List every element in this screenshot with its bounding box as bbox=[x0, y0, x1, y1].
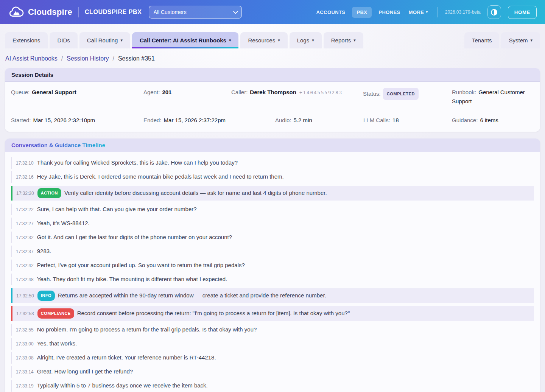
status-badge: COMPLETED bbox=[383, 88, 419, 100]
tab-group-right: TenantsSystem▾ bbox=[464, 32, 540, 48]
entry-text: Alright, I've created a return ticket. Y… bbox=[37, 354, 216, 361]
entry-time: 17:32:10 bbox=[16, 160, 34, 166]
nav-item-label: ACCOUNTS bbox=[316, 9, 346, 15]
home-button[interactable]: HOME bbox=[508, 6, 537, 19]
tab-label: System bbox=[509, 32, 528, 48]
timeline-message: 17:32:42Perfect, I've got your account p… bbox=[11, 260, 534, 271]
entry-time: 17:32:20 bbox=[16, 191, 34, 196]
timeline-message: 17:33:00Yes, that works. bbox=[11, 338, 534, 350]
tab-label: Reports bbox=[331, 32, 351, 48]
tab-reports[interactable]: Reports▾ bbox=[324, 32, 363, 48]
session-details-card: Session Details Queue:General SupportAge… bbox=[5, 68, 540, 132]
field-value: 5.2 min bbox=[294, 117, 312, 123]
field-value: 6 items bbox=[480, 117, 498, 123]
app-header: Cloudspire CLOUDSPIRE PBX All Customers … bbox=[0, 0, 545, 24]
entry-time: 17:32:50 bbox=[16, 293, 34, 299]
field-value: General Support bbox=[32, 89, 76, 95]
entry-time: 17:32:55 bbox=[16, 327, 34, 333]
field-value: 201 bbox=[162, 89, 171, 95]
field-label: Status: bbox=[363, 90, 381, 97]
field-value: 18 bbox=[392, 117, 399, 123]
tab-label: Resources bbox=[248, 32, 275, 48]
entry-text: Got it. And can I get the last four digi… bbox=[37, 234, 232, 240]
entry-time: 17:32:22 bbox=[16, 207, 34, 212]
tab-group-left: ExtensionsDIDsCall Routing▾Call Center: … bbox=[5, 32, 363, 48]
tab-system[interactable]: System▾ bbox=[501, 32, 540, 48]
nav-item-pbx[interactable]: PBX bbox=[352, 7, 372, 18]
entry-text: No problem. I'm going to process a retur… bbox=[37, 326, 257, 333]
entry-time: 17:32:53 bbox=[16, 311, 34, 316]
tab-label: Extensions bbox=[12, 32, 40, 48]
entry-time: 17:32:37 bbox=[16, 249, 34, 254]
timeline-body: 17:32:10Thank you for calling Wicked Spr… bbox=[5, 152, 540, 392]
session-fields-row-2: Started:Mar 15, 2026 2:32:10pmEnded:Mar … bbox=[11, 116, 534, 125]
header-divider bbox=[437, 7, 438, 17]
entry-text: Typically within 5 to 7 business days on… bbox=[37, 382, 208, 389]
entry-time: 17:33:19 bbox=[16, 383, 34, 389]
nav-item-accounts[interactable]: ACCOUNTS bbox=[315, 7, 347, 18]
breadcrumb: AI Assist Runbooks/Session History/Sessi… bbox=[0, 48, 545, 68]
tab-bar: ExtensionsDIDsCall Routing▾Call Center: … bbox=[0, 32, 545, 48]
session-fields-row-1: Queue:General SupportAgent:201Caller:Der… bbox=[11, 88, 534, 106]
timeline-message: 17:32:379283. bbox=[11, 246, 534, 257]
breadcrumb-separator: / bbox=[112, 55, 114, 62]
field-runbook: Runbook:General Customer Support bbox=[452, 88, 534, 106]
nav-item-label: PBX bbox=[357, 9, 367, 15]
breadcrumb-link[interactable]: Session History bbox=[67, 55, 109, 62]
caret-down-icon: ▾ bbox=[312, 38, 314, 42]
tab-extensions[interactable]: Extensions bbox=[5, 32, 48, 48]
tab-dids[interactable]: DIDs bbox=[50, 32, 77, 48]
customer-select[interactable]: All Customers bbox=[149, 6, 242, 19]
timeline-card: Conversation & Guidance Timeline 17:32:1… bbox=[5, 138, 540, 392]
entry-badge-info: INFO bbox=[37, 291, 55, 301]
tab-label: Call Center: AI Assist Runbooks bbox=[140, 32, 226, 48]
field-extra: +14045559283 bbox=[299, 90, 343, 95]
header-nav: ACCOUNTSPBXPHONESMORE▾ bbox=[315, 7, 430, 18]
entry-text: Verify caller identity before discussing… bbox=[64, 190, 327, 196]
timeline-message: 17:32:22Sure, I can help with that. Can … bbox=[11, 204, 534, 215]
tab-resources[interactable]: Resources▾ bbox=[240, 32, 287, 48]
brand: Cloudspire bbox=[8, 5, 72, 19]
timeline-message: 17:32:55No problem. I'm going to process… bbox=[11, 324, 534, 336]
entry-text: Sure, I can help with that. Can you give… bbox=[37, 206, 197, 212]
field-value: Mar 15, 2026 2:37:22pm bbox=[164, 117, 226, 123]
entry-text: 9283. bbox=[37, 248, 51, 254]
tab-call-routing[interactable]: Call Routing▾ bbox=[79, 32, 130, 48]
timeline-card-title: Conversation & Guidance Timeline bbox=[5, 138, 540, 152]
tab-logs[interactable]: Logs▾ bbox=[290, 32, 322, 48]
nav-item-label: MORE bbox=[409, 9, 424, 15]
nav-item-label: PHONES bbox=[378, 9, 400, 15]
field-label: Runbook: bbox=[452, 89, 476, 95]
caret-down-icon: ▾ bbox=[120, 38, 123, 42]
timeline-message: 17:32:32Got it. And can I get the last f… bbox=[11, 232, 534, 243]
field-label: Queue: bbox=[11, 89, 30, 95]
timeline-message: 17:33:19Typically within 5 to 7 business… bbox=[11, 380, 534, 392]
app-title: CLOUDSPIRE PBX bbox=[85, 9, 142, 16]
timeline-message: 17:32:16Hey Jake, this is Derek. I order… bbox=[11, 171, 534, 183]
version-label: 2026.03.179-beta bbox=[445, 9, 481, 15]
entry-badge-action: ACTION bbox=[37, 188, 61, 198]
field-guidance: Guidance:6 items bbox=[452, 116, 534, 125]
tab-tenants[interactable]: Tenants bbox=[464, 32, 500, 48]
field-started: Started:Mar 15, 2026 2:32:10pm bbox=[11, 116, 143, 125]
caret-down-icon: ▾ bbox=[229, 38, 231, 42]
field-value: Mar 15, 2026 2:32:10pm bbox=[33, 117, 95, 123]
theme-toggle-button[interactable] bbox=[487, 5, 501, 19]
timeline-message: 17:33:08Alright, I've created a return t… bbox=[11, 352, 534, 364]
tab-label: Logs bbox=[297, 32, 310, 48]
entry-text: Record consent before processing the ret… bbox=[77, 310, 350, 316]
breadcrumb-link[interactable]: AI Assist Runbooks bbox=[5, 55, 58, 62]
timeline-guidance-info: 17:32:50INFOReturns are accepted within … bbox=[11, 288, 534, 303]
nav-item-more[interactable]: MORE▾ bbox=[407, 7, 430, 18]
tab-call-center-ai-assist-runbooks[interactable]: Call Center: AI Assist Runbooks▾ bbox=[132, 32, 238, 48]
field-ended: Ended:Mar 15, 2026 2:37:22pm bbox=[143, 116, 275, 125]
field-audio: Audio:5.2 min bbox=[275, 116, 363, 125]
tab-label: Tenants bbox=[472, 32, 492, 48]
nav-item-phones[interactable]: PHONES bbox=[377, 7, 402, 18]
caret-down-icon: ▾ bbox=[278, 38, 280, 42]
breadcrumb-current: Session #351 bbox=[118, 55, 155, 62]
entry-text: Returns are accepted within the 90-day r… bbox=[58, 292, 326, 299]
entry-time: 17:33:14 bbox=[16, 369, 34, 375]
entry-text: Perfect, I've got your account pulled up… bbox=[37, 262, 245, 268]
tab-label: Call Routing bbox=[87, 32, 118, 48]
